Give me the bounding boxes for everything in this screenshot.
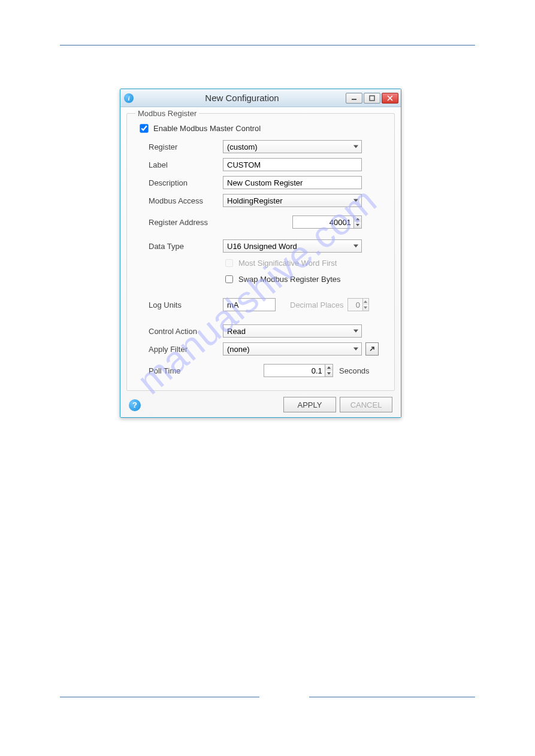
minimize-button[interactable] xyxy=(346,93,362,104)
enable-master-checkbox[interactable] xyxy=(140,124,148,132)
swap-bytes-checkbox[interactable] xyxy=(225,275,233,283)
modbus-register-group: Modbus Register Enable Modbus Master Con… xyxy=(126,113,395,391)
row-swap-bytes: Swap Modbus Register Bytes xyxy=(223,274,387,285)
label-apply-filter: Apply Filter xyxy=(149,345,223,354)
label-data-type: Data Type xyxy=(149,242,223,251)
window-title: New Configuration xyxy=(138,93,346,103)
row-msw-first: Most Significative Word First xyxy=(223,257,387,269)
label-poll-time: Poll Time xyxy=(149,366,223,375)
poll-time-unit: Seconds xyxy=(339,366,370,375)
row-data-type: Data Type U16 Unsigned Word xyxy=(149,239,387,253)
poll-time-input[interactable] xyxy=(264,364,325,377)
row-description: Description xyxy=(149,176,387,189)
register-address-input[interactable] xyxy=(292,215,353,229)
window-buttons xyxy=(346,93,398,104)
close-button[interactable] xyxy=(382,93,398,104)
msw-first-checkbox xyxy=(225,259,233,267)
control-action-select[interactable]: Read xyxy=(223,324,362,338)
row-modbus-access: Modbus Access HoldingRegister xyxy=(149,194,387,207)
register-address-spinner[interactable] xyxy=(292,215,362,229)
row-register-address: Register Address xyxy=(149,215,387,229)
decimal-places-input xyxy=(347,298,362,311)
spinner-down-icon[interactable] xyxy=(325,371,333,377)
form-rows: Register (custom) Label xyxy=(149,140,387,377)
label-modbus-access: Modbus Access xyxy=(149,196,223,205)
spinner-up-icon[interactable] xyxy=(354,216,361,222)
new-configuration-dialog: i New Configuration Modbus Register Enab… xyxy=(120,89,401,418)
row-label: Label xyxy=(149,158,387,171)
enable-master-row: Enable Modbus Master Control xyxy=(138,123,387,134)
register-select[interactable]: (custom) xyxy=(223,140,362,153)
decimal-places-spinner xyxy=(347,298,369,311)
dialog-body: Modbus Register Enable Modbus Master Con… xyxy=(120,107,401,417)
row-poll-time: Poll Time Seconds xyxy=(149,364,387,377)
open-filter-button[interactable] xyxy=(365,342,379,356)
label-log-units: Log Units xyxy=(149,300,223,309)
label-description: Description xyxy=(149,178,223,187)
description-input[interactable] xyxy=(223,176,362,189)
label-register-address: Register Address xyxy=(149,218,223,227)
label-label: Label xyxy=(149,160,223,169)
group-legend: Modbus Register xyxy=(135,109,199,118)
apply-button[interactable]: APPLY xyxy=(283,397,336,412)
row-log-units: Log Units Decimal Places xyxy=(149,298,387,311)
poll-time-spinner[interactable] xyxy=(264,364,333,377)
spinner-down-icon[interactable] xyxy=(354,222,361,228)
row-control-action: Control Action Read xyxy=(149,324,387,338)
log-units-input[interactable] xyxy=(223,298,276,311)
data-type-select[interactable]: U16 Unsigned Word xyxy=(223,239,362,253)
label-decimal-places: Decimal Places xyxy=(290,300,344,309)
svg-rect-1 xyxy=(370,96,374,101)
apply-filter-select[interactable]: (none) xyxy=(223,342,362,356)
modbus-access-select[interactable]: HoldingRegister xyxy=(223,194,362,207)
svg-rect-0 xyxy=(352,99,356,100)
swap-bytes-label: Swap Modbus Register Bytes xyxy=(238,275,341,284)
page-top-rule xyxy=(60,45,475,45)
help-button[interactable]: ? xyxy=(129,399,141,411)
titlebar: i New Configuration xyxy=(120,89,401,107)
dialog-footer: ? APPLY CANCEL xyxy=(126,396,395,412)
row-register: Register (custom) xyxy=(149,140,387,153)
cancel-button: CANCEL xyxy=(340,397,392,412)
spinner-down-icon xyxy=(363,305,368,311)
spinner-up-icon xyxy=(363,299,368,305)
info-icon: i xyxy=(124,93,134,103)
row-apply-filter: Apply Filter (none) xyxy=(149,342,387,356)
maximize-button[interactable] xyxy=(364,93,380,104)
msw-first-label: Most Significative Word First xyxy=(238,259,337,268)
label-register: Register xyxy=(149,142,223,151)
label-input[interactable] xyxy=(223,158,362,171)
enable-master-label: Enable Modbus Master Control xyxy=(153,124,261,133)
spinner-up-icon[interactable] xyxy=(325,365,333,371)
page-bottom-rule xyxy=(60,697,475,697)
label-control-action: Control Action xyxy=(149,327,223,336)
